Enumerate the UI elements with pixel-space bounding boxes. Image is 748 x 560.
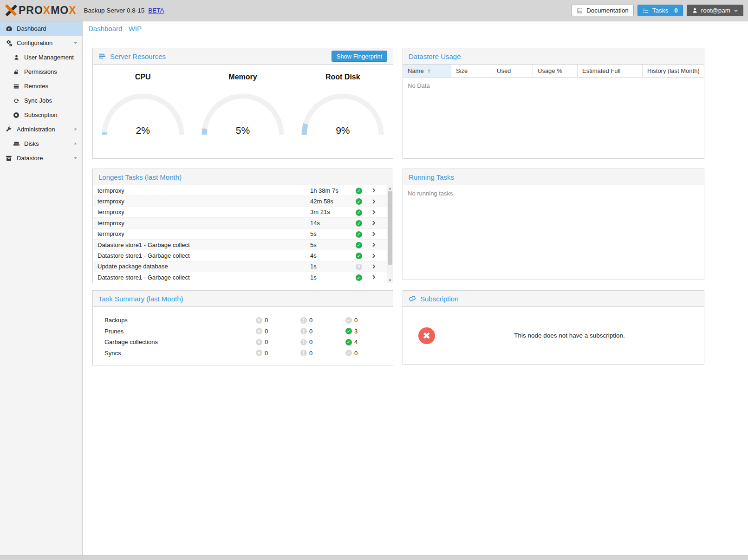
remotes-icon xyxy=(13,83,20,90)
task-summary-header: Task Summary (last Month) xyxy=(93,291,393,307)
running-tasks-panel: Running Tasks No running tasks xyxy=(403,169,704,280)
brand-segment: X xyxy=(43,4,51,16)
summary-cell[interactable]: !0 xyxy=(300,339,312,345)
scrollbar[interactable]: ▲ ▼ xyxy=(387,185,393,283)
column-header-history-last-month[interactable]: History (last Month) xyxy=(643,65,704,77)
column-header-size[interactable]: Size xyxy=(451,65,492,77)
task-row[interactable]: Datastore store1 - Garbage collect4s✓ xyxy=(93,250,387,261)
status-ok-icon: ✓ xyxy=(356,253,362,259)
error-count-icon: × xyxy=(256,350,262,356)
task-row[interactable]: termproxy42m 58s✓ xyxy=(93,196,387,207)
sidebar-item-remotes[interactable]: Remotes xyxy=(0,79,82,93)
sidebar-item-permissions[interactable]: Permissions xyxy=(0,65,82,79)
sidebar-item-label: Datastore xyxy=(17,155,43,162)
server-resources-panel: Server Resources Show Fingerprint CPU2%M… xyxy=(92,48,393,159)
status-ok-icon: ✓ xyxy=(356,188,362,194)
summary-cell[interactable]: !0 xyxy=(300,317,312,324)
column-header-used[interactable]: Used xyxy=(492,65,533,77)
longest-tasks-title: Longest Tasks (last Month) xyxy=(98,173,182,181)
task-name: termproxy xyxy=(93,208,124,215)
task-detail-chevron-icon[interactable] xyxy=(371,231,377,237)
running-tasks-empty-text: No running tasks xyxy=(403,185,704,202)
gauge-label: Root Disk xyxy=(325,73,360,81)
summary-cell[interactable]: ×0 xyxy=(256,350,268,357)
task-detail-chevron-icon[interactable] xyxy=(371,220,377,226)
sidebar-item-label: Disks xyxy=(24,140,39,147)
task-summary-body: Backups×0!0✓0Prunes×0!0✓3Garbage collect… xyxy=(93,307,393,358)
scrollbar-down-arrow[interactable]: ▼ xyxy=(387,277,393,283)
user-icon xyxy=(692,7,698,13)
task-detail-chevron-icon[interactable] xyxy=(371,198,377,205)
task-row[interactable]: Datastore store1 - Garbage collect5s✓ xyxy=(93,240,387,250)
unlock-icon xyxy=(13,69,20,75)
summary-cell[interactable]: ×0 xyxy=(256,339,268,345)
sidebar-item-user-management[interactable]: User Management xyxy=(0,50,82,65)
warning-count-icon: ! xyxy=(300,328,307,334)
content: Server Resources Show Fingerprint CPU2%M… xyxy=(83,36,748,555)
user-menu-button[interactable]: root@pam xyxy=(687,5,743,16)
summary-cell[interactable]: !0 xyxy=(300,350,312,357)
sidebar-item-label: Remotes xyxy=(24,83,48,90)
sidebar-item-disks[interactable]: Disks xyxy=(0,137,82,151)
column-header-name[interactable]: Name xyxy=(403,65,451,77)
longest-tasks-list: termproxy1h 38m 7s✓termproxy42m 58s✓term… xyxy=(93,185,393,283)
datastore-usage-title: Datastore Usage xyxy=(409,52,461,60)
scrollbar-up-arrow[interactable]: ▲ xyxy=(387,185,393,191)
task-detail-chevron-icon[interactable] xyxy=(371,241,377,248)
datastore-empty-text: No Data xyxy=(403,78,704,94)
summary-cell[interactable]: ✓4 xyxy=(345,339,358,345)
task-detail-chevron-icon[interactable] xyxy=(371,187,377,194)
task-row[interactable]: termproxy3m 21s✓ xyxy=(93,207,387,218)
warning-count-icon: ! xyxy=(300,339,307,345)
gauge-percent: 2% xyxy=(100,125,186,136)
sidebar-item-configuration[interactable]: Configuration xyxy=(0,36,82,50)
proxmox-x-logo-icon xyxy=(5,4,17,17)
ok-count-icon: ✓ xyxy=(345,328,352,334)
summary-cell[interactable]: ×0 xyxy=(256,317,268,324)
task-duration: 3m 21s xyxy=(310,208,330,215)
beta-link[interactable]: BETA xyxy=(148,7,164,14)
tasks-button[interactable]: Tasks 0 xyxy=(637,5,683,16)
task-name: Datastore store1 - Garbage collect xyxy=(93,241,190,248)
datastore-icon xyxy=(5,155,13,162)
task-row[interactable]: Datastore store1 - Garbage collect1s✓ xyxy=(93,272,387,283)
summary-cell[interactable]: ✓0 xyxy=(345,317,358,324)
column-header-label: Name xyxy=(408,67,424,74)
task-row[interactable]: termproxy1h 38m 7s✓ xyxy=(93,185,387,196)
gauge-percent: 9% xyxy=(299,125,386,136)
sidebar-item-datastore[interactable]: Datastore xyxy=(0,151,82,165)
summary-cell[interactable]: ×0 xyxy=(256,328,268,335)
task-duration: 42m 58s xyxy=(310,198,333,205)
task-detail-chevron-icon[interactable] xyxy=(371,209,377,215)
status-ok-icon: ✓ xyxy=(356,231,362,238)
task-row[interactable]: termproxy14s✓ xyxy=(93,218,387,228)
column-header-estimated-full[interactable]: Estimated Full xyxy=(578,65,643,77)
task-detail-chevron-icon[interactable] xyxy=(371,274,377,280)
documentation-button[interactable]: Documentation xyxy=(572,5,634,16)
server-resources-title: Server Resources xyxy=(110,52,166,60)
sidebar-item-sync-jobs[interactable]: Sync Jobs xyxy=(0,93,82,108)
column-header-label: Usage % xyxy=(538,67,562,74)
column-header-usage[interactable]: Usage % xyxy=(533,65,578,77)
task-duration: 14s xyxy=(310,220,320,227)
task-detail-chevron-icon[interactable] xyxy=(371,253,377,259)
sidebar-item-subscription[interactable]: Subscription xyxy=(0,108,82,122)
caret-down-icon xyxy=(72,156,79,161)
task-detail-chevron-icon[interactable] xyxy=(371,263,377,270)
task-row[interactable]: Update package database1s? xyxy=(93,261,387,272)
column-header-label: Estimated Full xyxy=(582,67,620,74)
footer-bar xyxy=(0,555,748,560)
caret-down-icon xyxy=(72,127,79,132)
scrollbar-thumb[interactable] xyxy=(388,191,392,265)
summary-cell[interactable]: ✓3 xyxy=(345,328,358,335)
task-row[interactable]: termproxy5s✓ xyxy=(93,229,387,240)
brand-segment: PRO xyxy=(19,4,43,16)
sidebar-item-dashboard[interactable]: Dashboard xyxy=(0,21,82,36)
error-count-icon: × xyxy=(256,328,262,334)
sidebar-item-administration[interactable]: Administration xyxy=(0,122,82,137)
ok-count-icon: ✓ xyxy=(345,317,352,324)
column-header-label: History (last Month) xyxy=(647,67,700,74)
summary-cell[interactable]: !0 xyxy=(300,328,312,335)
show-fingerprint-button[interactable]: Show Fingerprint xyxy=(332,51,387,62)
summary-cell[interactable]: ✓0 xyxy=(345,350,358,357)
